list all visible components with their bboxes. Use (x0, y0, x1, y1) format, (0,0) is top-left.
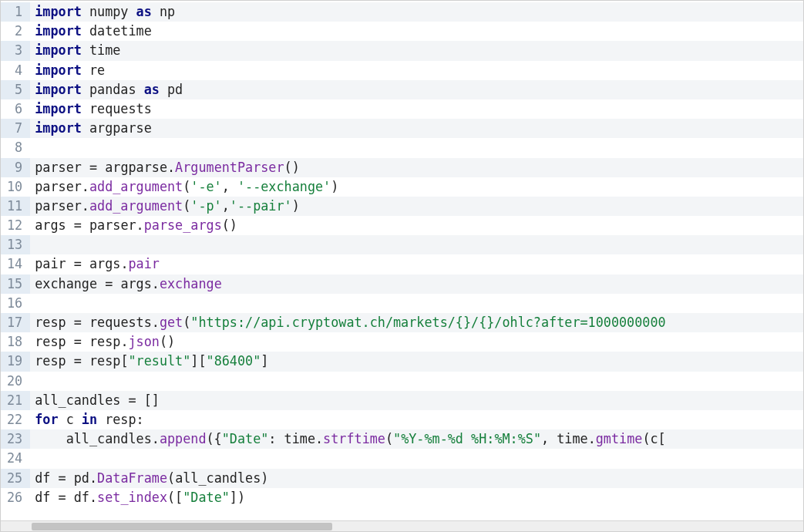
token-as: as (136, 4, 152, 19)
code-area[interactable]: import numpy as npimport datetimeimport … (30, 1, 803, 531)
code-line[interactable]: for c in resp: (30, 410, 803, 429)
line-number: 9 (1, 158, 30, 177)
code-line[interactable]: resp = requests.get("https://api.cryptow… (30, 313, 803, 332)
code-line[interactable]: import re (30, 61, 803, 80)
token-op: () (222, 217, 237, 233)
token-nm: np (152, 4, 175, 19)
code-line[interactable]: parser = argparse.ArgumentParser() (30, 158, 803, 177)
code-line[interactable] (30, 235, 803, 254)
token-nm: resp (89, 334, 120, 349)
token-kw: import (35, 23, 82, 39)
token-op: . (167, 160, 175, 175)
token-op: ) (261, 470, 268, 486)
token-nm: pd (74, 470, 89, 486)
code-line[interactable]: import pandas as pd (30, 80, 803, 99)
code-line[interactable] (30, 372, 803, 391)
token-kw: import (35, 82, 82, 97)
code-line[interactable] (30, 138, 803, 157)
token-kw: for (35, 412, 58, 427)
code-line[interactable]: import requests (30, 99, 803, 119)
line-number: 6 (1, 99, 30, 119)
token-str: "86400" (207, 353, 261, 369)
token-nm: pandas (82, 82, 144, 97)
code-line[interactable]: all_candles.append({"Date": time.strftim… (30, 429, 803, 449)
token-nm: re (82, 62, 105, 78)
token-kw: in (82, 412, 97, 427)
code-editor[interactable]: 1234567891011121314151617181920212223242… (0, 0, 804, 532)
token-nm: requests (82, 101, 152, 116)
token-fn: exchange (160, 276, 222, 291)
line-number: 15 (1, 274, 30, 294)
token-op: : (136, 412, 144, 427)
code-line[interactable]: pair = args.pair (30, 254, 803, 274)
code-line[interactable] (30, 294, 803, 313)
token-op: = (74, 217, 89, 233)
token-nm: all_candles (35, 431, 152, 446)
token-fn: get (160, 315, 183, 330)
token-fn: strftime (323, 431, 385, 446)
token-nm: pd (160, 82, 183, 97)
token-op: , (222, 198, 230, 214)
token-op: . (588, 431, 596, 446)
token-str: "Date" (183, 490, 230, 505)
token-op: ) (292, 198, 300, 214)
code-line[interactable] (30, 449, 803, 468)
token-str: "result" (129, 353, 191, 369)
token-nm: resp (89, 353, 120, 369)
line-number: 17 (1, 313, 30, 332)
code-line[interactable]: df = pd.DataFrame(all_candles) (30, 469, 803, 488)
token-op: ( (642, 431, 650, 446)
code-line[interactable]: parser.add_argument('-p','--pair') (30, 197, 803, 216)
code-line[interactable]: import time (30, 41, 803, 60)
token-op: = (74, 315, 89, 330)
token-kw: import (35, 42, 82, 58)
token-nm: pair (35, 256, 74, 271)
token-op: = (74, 353, 89, 369)
token-kw: import (35, 4, 82, 19)
code-line[interactable]: parser.add_argument('-e', '--exchange') (30, 177, 803, 197)
token-str: "https://api.cryptowat.ch/markets/{}/{}/… (190, 315, 665, 330)
line-number: 19 (1, 352, 30, 371)
token-op: [ (658, 431, 666, 446)
token-fn: parse_args (144, 217, 222, 233)
token-nm: parser (35, 179, 82, 194)
token-fn: json (129, 334, 160, 349)
code-line[interactable]: resp = resp["result"]["86400"] (30, 352, 803, 371)
code-line[interactable]: all_candles = [] (30, 391, 803, 410)
code-line[interactable]: import argparse (30, 119, 803, 138)
token-kw: import (35, 62, 82, 78)
code-line[interactable]: import numpy as np (30, 2, 803, 22)
horizontal-scrollbar[interactable] (1, 520, 803, 531)
token-nm: parser (35, 198, 82, 214)
code-line[interactable]: resp = resp.json() (30, 332, 803, 352)
line-number: 10 (1, 177, 30, 197)
horizontal-scrollbar-thumb[interactable] (32, 523, 332, 530)
line-number: 12 (1, 216, 30, 235)
code-line[interactable]: exchange = args.exchange (30, 274, 803, 294)
line-number: 2 (1, 22, 30, 41)
token-nm: df (74, 490, 89, 505)
token-op: . (120, 334, 128, 349)
token-op: ] (261, 353, 268, 369)
token-op: ) (331, 179, 338, 194)
token-nm: exchange (35, 276, 105, 291)
code-line[interactable]: import datetime (30, 22, 803, 41)
token-as: as (144, 82, 160, 97)
token-fn: append (160, 431, 207, 446)
token-op: [ (120, 353, 128, 369)
token-nm: parser (89, 217, 136, 233)
line-number: 22 (1, 410, 30, 429)
token-nm: all_candles (175, 470, 261, 486)
token-nm: resp (35, 334, 74, 349)
token-str: '--exchange' (237, 179, 331, 194)
code-line[interactable]: args = parser.parse_args() (30, 216, 803, 235)
token-op: ({ (207, 431, 222, 446)
token-op: . (315, 431, 323, 446)
token-nm: args (35, 217, 74, 233)
token-nm: requests (89, 315, 152, 330)
code-line[interactable]: df = df.set_index(["Date"]) (30, 488, 803, 507)
line-number: 16 (1, 294, 30, 313)
token-op: = (59, 490, 74, 505)
token-nm: resp (35, 353, 74, 369)
token-nm: datetime (82, 23, 152, 39)
